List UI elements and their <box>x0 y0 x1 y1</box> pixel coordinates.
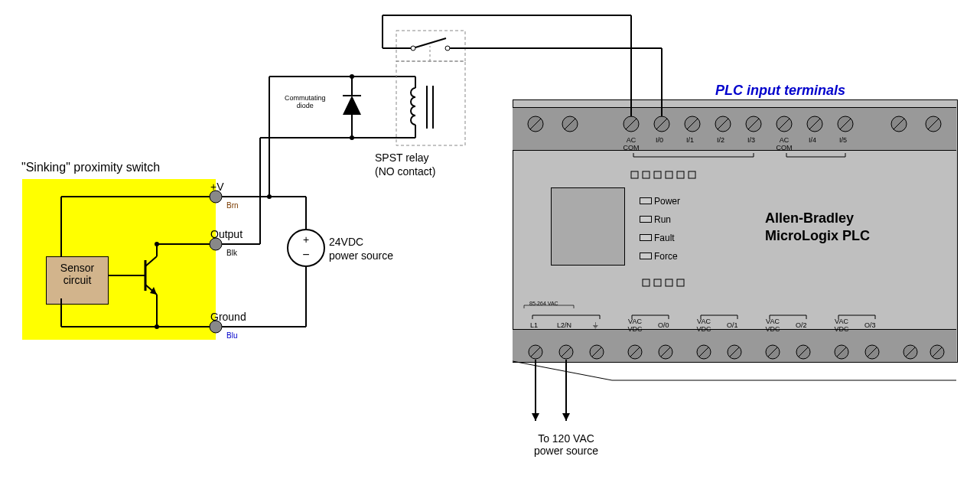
svg-point-12 <box>155 324 159 329</box>
out-o1: O/1 <box>727 321 738 329</box>
plc-brand: Allen-Bradley <box>765 210 854 226</box>
svg-text:−: − <box>302 248 309 261</box>
plus-v-label: +V <box>210 181 224 193</box>
out-l2n: L2/N <box>557 321 571 329</box>
led-power: Power <box>640 196 680 207</box>
ac-range: 85-264 VAC <box>529 301 558 306</box>
svg-marker-108 <box>562 413 570 421</box>
svg-rect-113 <box>654 171 661 178</box>
plc-title: PLC input terminals <box>715 83 845 99</box>
out-vac4: VACVDC <box>832 318 851 333</box>
svg-rect-117 <box>643 279 650 286</box>
svg-point-13 <box>155 242 159 246</box>
led-run: Run <box>640 214 671 225</box>
out-vac3: VACVDC <box>763 318 782 333</box>
ground-label: Ground <box>210 311 246 323</box>
svg-rect-115 <box>677 171 684 178</box>
svg-marker-106 <box>532 413 539 421</box>
blk-label: Blk <box>226 249 237 257</box>
blu-label: Blu <box>226 331 237 340</box>
led-fault: Fault <box>640 233 675 243</box>
svg-rect-114 <box>666 171 672 178</box>
led-force: Force <box>640 251 678 262</box>
dc-text: power source <box>329 249 393 262</box>
out-o2: O/2 <box>796 321 807 329</box>
out-l1: L1 <box>530 321 538 329</box>
svg-rect-39 <box>396 61 465 145</box>
svg-rect-111 <box>631 171 638 178</box>
out-o0: O/0 <box>658 321 669 329</box>
svg-rect-120 <box>677 279 684 286</box>
relay-line2: (NO contact) <box>375 165 435 178</box>
output-label: Output <box>210 228 243 240</box>
svg-rect-116 <box>689 171 695 178</box>
out-gnd: ⏚ <box>593 320 598 329</box>
plc-model: MicroLogix PLC <box>765 228 870 244</box>
relay-line1: SPST relay <box>375 152 429 164</box>
section-title: "Sinking" proximity switch <box>21 161 160 174</box>
in-ac-com2: ACCOM <box>774 136 794 152</box>
svg-rect-44 <box>396 31 465 61</box>
in-i4: I/4 <box>809 136 816 144</box>
svg-rect-118 <box>654 279 661 286</box>
out-vac2: VACVDC <box>695 318 713 333</box>
svg-text:+: + <box>303 233 309 246</box>
svg-marker-10 <box>150 287 157 295</box>
svg-point-45 <box>411 46 415 51</box>
commutating-label: Commutating diode <box>285 94 326 109</box>
svg-rect-112 <box>643 171 650 178</box>
in-i3: I/3 <box>747 136 755 144</box>
in-i5: I/5 <box>839 136 847 144</box>
in-i2: I/2 <box>717 136 724 144</box>
svg-line-7 <box>145 256 157 266</box>
in-ac-com1: ACCOM <box>621 136 641 152</box>
svg-line-47 <box>415 38 446 47</box>
power-note: To 120 VACpower source <box>520 432 612 457</box>
in-i0: I/0 <box>656 136 663 144</box>
dc-voltage: 24VDC <box>329 236 363 248</box>
svg-point-46 <box>445 46 450 51</box>
brn-label: Brn <box>226 201 239 210</box>
svg-line-109 <box>513 361 612 380</box>
svg-marker-36 <box>343 96 361 115</box>
out-o3: O/3 <box>864 321 876 329</box>
out-vac1: VACVDC <box>626 318 644 333</box>
in-i1: I/1 <box>686 136 694 144</box>
svg-rect-119 <box>666 279 672 286</box>
